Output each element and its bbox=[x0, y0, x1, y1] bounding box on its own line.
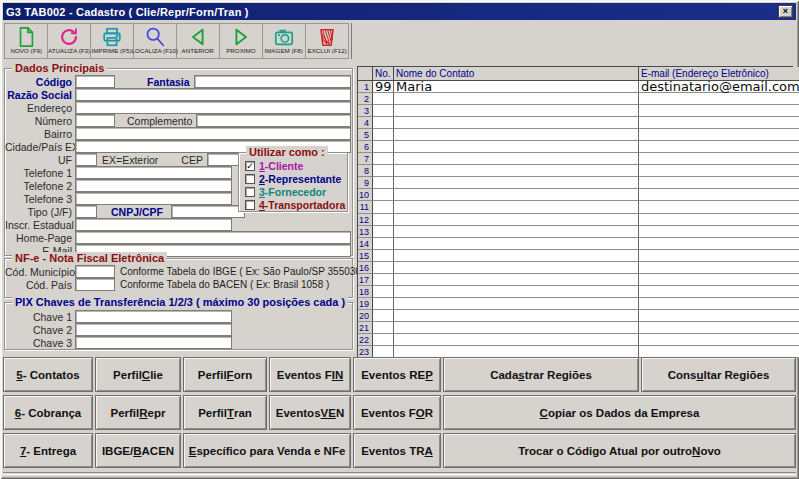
cell-no[interactable] bbox=[373, 177, 394, 189]
cell-no[interactable] bbox=[373, 105, 394, 117]
cell-email[interactable] bbox=[639, 250, 799, 262]
cell-no[interactable] bbox=[373, 286, 394, 298]
fantasia-field[interactable] bbox=[194, 75, 351, 88]
cell-email[interactable] bbox=[639, 117, 799, 129]
proximo-button[interactable]: PROXIMO bbox=[219, 23, 263, 59]
cell-nome[interactable] bbox=[394, 105, 639, 117]
cell-nome[interactable]: Maria bbox=[394, 81, 639, 93]
cell-email[interactable] bbox=[639, 286, 799, 298]
cell-nome[interactable] bbox=[394, 117, 639, 129]
bairro-field[interactable] bbox=[75, 127, 351, 140]
row-number[interactable]: 11 bbox=[358, 201, 373, 213]
cell-no[interactable] bbox=[373, 274, 394, 286]
close-button[interactable]: × bbox=[778, 5, 793, 18]
telefone3-field[interactable] bbox=[75, 192, 232, 205]
checkbox-label-4[interactable]: 4-Transportadora bbox=[259, 199, 345, 211]
7-entrega-button[interactable]: 7 - Entrega bbox=[3, 433, 93, 468]
row-number[interactable]: 1 bbox=[358, 81, 373, 93]
row-number[interactable]: 18 bbox=[358, 286, 373, 298]
chave3-field[interactable] bbox=[75, 336, 232, 349]
cell-email[interactable] bbox=[639, 165, 799, 177]
ibge-bacen-button[interactable]: IBGE/BACEN bbox=[95, 433, 181, 468]
cell-email[interactable]: destinatario@email.com bbox=[639, 81, 799, 93]
6-cobran-a-button[interactable]: 6 - Cobrança bbox=[3, 395, 93, 430]
telefone1-field[interactable] bbox=[75, 166, 232, 179]
cell-nome[interactable] bbox=[394, 165, 639, 177]
cell-nome[interactable] bbox=[394, 201, 639, 213]
cadastrar-regi-es-button[interactable]: Cadastrar Regiões bbox=[443, 357, 639, 392]
cell-nome[interactable] bbox=[394, 214, 639, 226]
uf-field[interactable] bbox=[75, 153, 97, 166]
checkbox-label-1[interactable]: 1-Cliente bbox=[259, 160, 303, 172]
cell-email[interactable] bbox=[639, 214, 799, 226]
cell-email[interactable] bbox=[639, 238, 799, 250]
row-number[interactable]: 9 bbox=[358, 177, 373, 189]
cell-email[interactable] bbox=[639, 226, 799, 238]
cell-email[interactable] bbox=[639, 298, 799, 310]
row-number[interactable]: 20 bbox=[358, 310, 373, 322]
cell-no[interactable] bbox=[373, 129, 394, 141]
cell-email[interactable] bbox=[639, 153, 799, 165]
cell-nome[interactable] bbox=[394, 286, 639, 298]
row-number[interactable]: 13 bbox=[358, 226, 373, 238]
row-number[interactable]: 22 bbox=[358, 334, 373, 346]
complemento-field[interactable] bbox=[196, 114, 351, 127]
cell-no[interactable] bbox=[373, 117, 394, 129]
cod-municipio-field[interactable] bbox=[75, 265, 115, 278]
novo-button[interactable]: NOVO (F9) bbox=[4, 23, 48, 59]
row-number[interactable]: 15 bbox=[358, 250, 373, 262]
cell-email[interactable] bbox=[639, 334, 799, 346]
eventos-tra-button[interactable]: Eventos TRA bbox=[353, 433, 441, 468]
cell-nome[interactable] bbox=[394, 93, 639, 105]
row-number[interactable]: 12 bbox=[358, 214, 373, 226]
cell-email[interactable] bbox=[639, 322, 799, 334]
cell-no[interactable] bbox=[373, 93, 394, 105]
row-number[interactable]: 3 bbox=[358, 105, 373, 117]
cell-no[interactable] bbox=[373, 250, 394, 262]
row-number[interactable]: 5 bbox=[358, 129, 373, 141]
chave2-field[interactable] bbox=[75, 323, 232, 336]
cnpj-cpf-field[interactable] bbox=[171, 205, 245, 218]
codigo-field[interactable] bbox=[75, 75, 115, 88]
cell-no[interactable] bbox=[373, 165, 394, 177]
imprime-button[interactable]: IMPRIME (F5) bbox=[90, 23, 134, 59]
cell-email[interactable] bbox=[639, 177, 799, 189]
cell-nome[interactable] bbox=[394, 334, 639, 346]
row-number[interactable]: 17 bbox=[358, 274, 373, 286]
consultar-regi-es-button[interactable]: Consultar Regiões bbox=[641, 357, 796, 392]
cell-email[interactable] bbox=[639, 274, 799, 286]
row-number[interactable]: 19 bbox=[358, 298, 373, 310]
row-number[interactable]: 10 bbox=[358, 189, 373, 201]
checkbox-2[interactable] bbox=[245, 174, 255, 184]
cell-no[interactable] bbox=[373, 334, 394, 346]
cell-nome[interactable] bbox=[394, 177, 639, 189]
eventos-rep-button[interactable]: Eventos REP bbox=[353, 357, 441, 392]
cell-nome[interactable] bbox=[394, 250, 639, 262]
razao-social-field[interactable] bbox=[75, 88, 351, 101]
perfil-repr-button[interactable]: Perfil Repr bbox=[95, 395, 181, 430]
cell-no[interactable] bbox=[373, 201, 394, 213]
cell-nome[interactable] bbox=[394, 153, 639, 165]
checkbox-4[interactable] bbox=[245, 200, 255, 210]
cell-nome[interactable] bbox=[394, 262, 639, 274]
cell-nome[interactable] bbox=[394, 274, 639, 286]
cell-nome[interactable] bbox=[394, 141, 639, 153]
localiza-button[interactable]: LOCALIZA (F10) bbox=[133, 23, 177, 59]
cell-nome[interactable] bbox=[394, 310, 639, 322]
perfil-forn-button[interactable]: Perfil Forn bbox=[183, 357, 267, 392]
row-number[interactable]: 8 bbox=[358, 165, 373, 177]
cell-nome[interactable] bbox=[394, 238, 639, 250]
cell-email[interactable] bbox=[639, 189, 799, 201]
cod-pais-field[interactable] bbox=[75, 278, 115, 291]
checkbox-1[interactable]: ✓ bbox=[245, 161, 255, 171]
anterior-button[interactable]: ANTERIOR bbox=[176, 23, 220, 59]
row-number[interactable]: 14 bbox=[358, 238, 373, 250]
cell-nome[interactable] bbox=[394, 298, 639, 310]
cell-email[interactable] bbox=[639, 201, 799, 213]
numero-field[interactable] bbox=[75, 114, 115, 127]
row-number[interactable]: 6 bbox=[358, 141, 373, 153]
cell-no[interactable] bbox=[373, 310, 394, 322]
cell-nome[interactable] bbox=[394, 189, 639, 201]
cell-no[interactable]: 99 bbox=[373, 81, 394, 93]
cell-email[interactable] bbox=[639, 141, 799, 153]
